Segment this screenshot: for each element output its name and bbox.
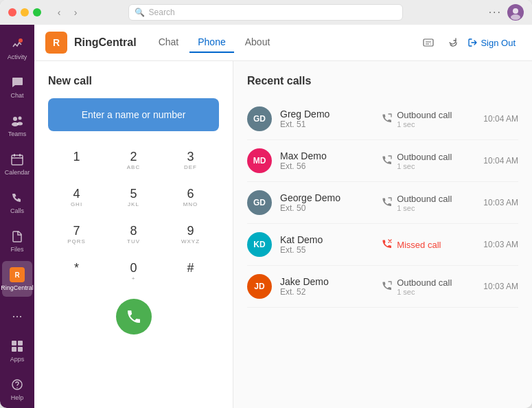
nav-item-phone[interactable]: Phone [189,32,233,53]
avatar[interactable] [507,4,524,21]
sidebar-item-files-label: Files [10,246,23,253]
minimize-button[interactable] [21,8,29,16]
call-ext: Ext. 50 [280,203,373,213]
call-button[interactable] [116,299,152,335]
dial-num-0: 0 [130,262,137,274]
sign-out-button[interactable]: Sign Out [463,35,521,51]
dial-key-hash[interactable]: # [162,253,219,291]
sidebar-item-calls[interactable]: Calls [2,184,32,220]
rc-panel: R RingCentral Chat Phone About [34,25,532,408]
call-item[interactable]: MD Max Demo Ext. 56 [247,140,518,182]
dial-num-5: 5 [130,188,137,200]
dial-key-0[interactable]: 0 + [105,253,162,291]
dial-key-4[interactable]: 4 GHI [48,179,105,216]
avatar-initials: KD [253,240,265,249]
rc-header: R RingCentral Chat Phone About [34,25,532,61]
call-ext: Ext. 56 [280,161,373,171]
sidebar-item-more[interactable]: ··· [2,302,32,330]
dial-num-8: 8 [130,225,137,237]
svg-rect-7 [12,155,23,165]
call-info: George Demo Ext. 50 [280,192,373,213]
sidebar-item-chat[interactable]: Chat [2,69,32,104]
dial-key-5[interactable]: 5 JKL [105,179,162,216]
svg-rect-8 [12,341,16,345]
call-type-section: Missed call [382,238,475,251]
new-call-title: New call [48,75,219,87]
dial-sub-0: + [132,275,136,282]
maximize-button[interactable] [33,8,41,16]
close-button[interactable] [8,8,16,16]
rc-logo: R [45,32,67,54]
avatar: KD [247,232,272,257]
search-icon: 🔍 [135,8,145,17]
traffic-lights [8,8,41,16]
sidebar-item-files[interactable]: Files [2,223,32,258]
recent-calls-panel: Recent calls GD Greg Demo Ext. 51 [233,61,532,408]
dial-key-1[interactable]: 1 [48,142,105,179]
svg-point-13 [16,387,18,389]
forward-button[interactable]: › [69,5,82,19]
svg-rect-10 [12,347,16,352]
call-item[interactable]: KD Kat Demo Ext. 55 [247,224,518,266]
new-call-panel: New call Enter a name or number 1 2 ABC [34,61,233,408]
avatar-initials: JD [254,282,264,291]
dial-key-7[interactable]: 7 PQRS [48,216,105,253]
dialpad-input[interactable]: Enter a name or number [48,98,219,131]
call-ext: Ext. 52 [280,287,373,297]
dial-sub-8: TUV [127,238,140,245]
nav-arrows: ‹ › [52,5,82,19]
svg-point-3 [13,117,17,121]
svg-point-1 [511,14,520,20]
sidebar-item-help[interactable]: Help [2,371,32,407]
outbound-call-icon [382,280,393,293]
dial-num-1: 1 [73,150,80,163]
call-duration: 1 sec [397,288,452,296]
call-type-section: Outbound call 1 sec [382,277,475,296]
sidebar-item-apps[interactable]: Apps [2,332,32,368]
sidebar-item-calendar-label: Calendar [5,169,30,176]
svg-rect-9 [18,341,23,345]
call-duration: 1 sec [397,162,452,170]
dial-key-2[interactable]: 2 ABC [105,142,162,179]
dial-key-star[interactable]: * [48,253,105,291]
sidebar-item-teams[interactable]: Teams [2,107,32,143]
nav-item-chat[interactable]: Chat [150,32,187,53]
calls-icon [9,190,25,206]
dial-key-3[interactable]: 3 DEF [162,142,219,179]
call-info: Greg Demo Ext. 51 [280,109,373,129]
sidebar-item-calendar[interactable]: Calendar [2,146,32,181]
refresh-button[interactable] [443,33,463,52]
call-ext: Ext. 51 [280,120,373,129]
call-type-text: Missed call [397,240,441,250]
keyboard-button[interactable] [419,33,438,52]
dial-num-star: * [74,262,79,274]
back-button[interactable]: ‹ [52,5,66,19]
call-list: GD Greg Demo Ext. 51 [247,98,518,308]
recent-calls-title: Recent calls [247,75,518,87]
call-item[interactable]: GD Greg Demo Ext. 51 [247,98,518,140]
dial-key-9[interactable]: 9 WXYZ [162,216,219,253]
call-item[interactable]: GD George Demo Ext. 50 [247,182,518,224]
more-button[interactable]: ··· [489,6,502,19]
avatar-initials: MD [253,156,266,166]
call-type-text: Outbound call [397,194,452,204]
dial-key-6[interactable]: 6 MNO [162,179,219,216]
call-item[interactable]: JD Jake Demo Ext. 52 [247,266,518,308]
activity-icon [9,36,25,52]
rc-brand: RingCentral [74,36,137,49]
search-bar[interactable]: 🔍 Search [128,4,403,21]
call-time: 10:03 AM [483,282,518,291]
call-duration: 1 sec [397,204,452,212]
sidebar-item-activity[interactable]: Activity [2,30,32,66]
sidebar-item-ringcentral[interactable]: R RingCentral [2,261,32,297]
dial-num-6: 6 [187,188,194,200]
files-icon [9,228,25,245]
dial-sub-2: ABC [127,164,140,171]
nav-item-about[interactable]: About [237,32,279,53]
call-name: Greg Demo [280,109,373,120]
dial-key-8[interactable]: 8 TUV [105,216,162,253]
dial-num-9: 9 [187,225,194,237]
dial-sub-3: DEF [184,164,197,171]
ringcentral-icon: R [9,267,25,283]
sidebar-item-apps-label: Apps [10,356,25,363]
